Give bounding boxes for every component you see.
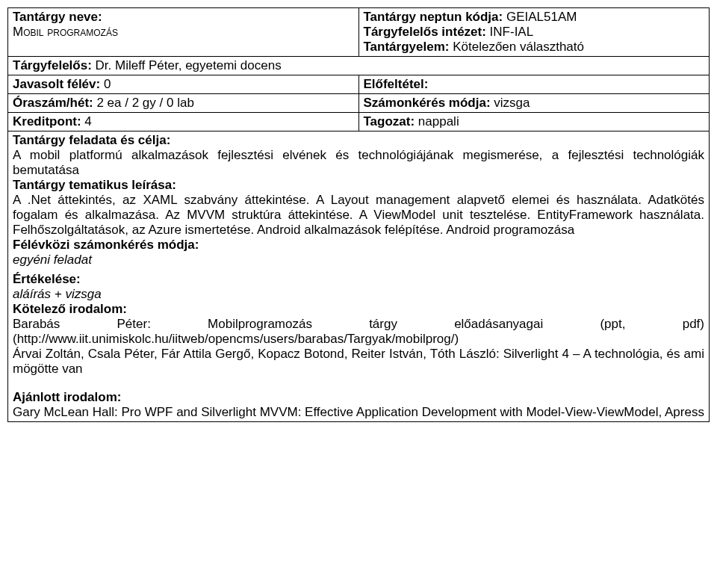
semester-value: 0 (100, 77, 111, 91)
hours-label: Óraszám/hét: (13, 96, 93, 110)
semester-label: Javasolt félév: (13, 77, 100, 91)
prereq-label: Előfeltétel: (364, 77, 429, 91)
institute-label: Tárgyfelelős intézet: (364, 25, 486, 39)
recommended-label: Ajánlott irodalom: (13, 390, 704, 405)
lit1-b: Péter: (117, 317, 151, 332)
cell-body: Tantárgy feladata és célja: A mobil plat… (8, 131, 710, 422)
name-value: Mobil programozás (13, 25, 118, 39)
lit2: Árvai Zoltán, Csala Péter, Fár Attila Ge… (13, 347, 704, 377)
credit-value: 4 (81, 114, 92, 129)
neptun-value: GEIAL51AM (503, 10, 577, 24)
lit1-url: (http://www.iit.unimiskolc.hu/iitweb/ope… (13, 332, 704, 347)
exam-label: Számonkérés módja: (364, 96, 491, 110)
topic-text: A .Net áttekintés, az XAML szabvány átte… (13, 193, 704, 238)
topic-label: Tantárgy tematikus leírása: (13, 178, 704, 193)
section-label: Tagozat: (364, 114, 415, 129)
recommended-text: Gary McLean Hall: Pro WPF and Silverligh… (13, 405, 704, 420)
course-table: Tantárgy neve: Mobil programozás Tantárg… (7, 7, 710, 422)
responsible-label: Tárgyfelelős: (13, 58, 92, 72)
lit1-e: előadásanyagai (454, 317, 543, 332)
midterm-value: egyéni feladat (13, 253, 704, 267)
lit1-row: Barabás Péter: Mobilprogramozás tárgy el… (13, 317, 704, 332)
element-value: Kötelezően választható (449, 40, 584, 54)
name-label: Tantárgy neve: (13, 10, 102, 24)
cell-name: Tantárgy neve: Mobil programozás (8, 8, 359, 57)
cell-code: Tantárgy neptun kódja: GEIAL51AM Tárgyfe… (358, 8, 710, 57)
responsible-value: Dr. Mileff Péter, egyetemi docens (92, 58, 282, 72)
task-text: A mobil platformú alkalmazások fejleszté… (13, 148, 704, 178)
midterm-label: Félévközi számonkérés módja: (13, 238, 704, 253)
institute-value: INF-IAL (486, 25, 533, 39)
lit1-c: Mobilprogramozás (208, 317, 312, 332)
task-label: Tantárgy feladata és célja: (13, 133, 704, 148)
grading-value: aláírás + vizsga (13, 287, 704, 302)
lit1-f: (ppt, (600, 317, 625, 332)
mandatory-label: Kötelező irodalom: (13, 302, 704, 317)
element-label: Tantárgyelem: (364, 40, 450, 54)
cell-responsible: Tárgyfelelős: Dr. Mileff Péter, egyetemi… (8, 57, 710, 75)
cell-exam: Számonkérés módja: vizsga (358, 94, 710, 113)
hours-value: 2 ea / 2 gy / 0 lab (93, 96, 194, 110)
grading-label: Értékelése: (13, 272, 704, 287)
lit1-d: tárgy (369, 317, 397, 332)
cell-hours: Óraszám/hét: 2 ea / 2 gy / 0 lab (8, 94, 359, 113)
lit1-g: pdf) (683, 317, 704, 332)
lit1-a: Barabás (13, 317, 60, 332)
cell-prereq: Előfeltétel: (358, 75, 710, 94)
section-value: nappali (415, 114, 459, 129)
cell-credit: Kreditpont: 4 (8, 113, 359, 131)
cell-section: Tagozat: nappali (358, 113, 710, 131)
cell-semester: Javasolt félév: 0 (8, 75, 359, 94)
credit-label: Kreditpont: (13, 114, 81, 129)
exam-value: vizsga (491, 96, 530, 110)
neptun-label: Tantárgy neptun kódja: (364, 10, 503, 24)
